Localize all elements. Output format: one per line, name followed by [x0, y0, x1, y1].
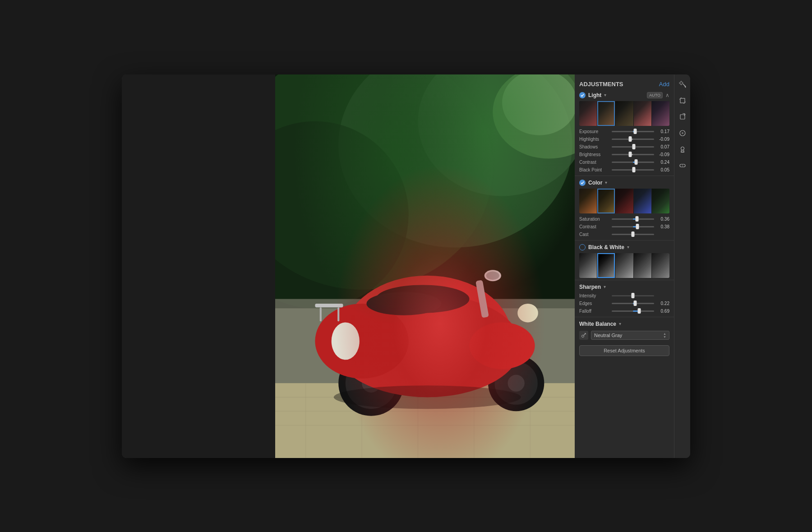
svg-point-23 [508, 375, 524, 391]
black-point-value: 0.05 [656, 167, 669, 172]
svg-point-6 [502, 74, 575, 135]
color-saturation-value: 0.36 [656, 217, 669, 222]
black-point-row: Black Point 0.05 [575, 166, 674, 174]
exposure-slider[interactable] [612, 131, 654, 132]
edges-value: 0.22 [656, 301, 669, 306]
intensity-row: Intensity [575, 292, 674, 300]
svg-point-29 [366, 292, 441, 315]
svg-rect-9 [275, 383, 575, 458]
bw-chevron: ▾ [627, 245, 629, 250]
bw-thumb-4[interactable] [634, 253, 651, 278]
svg-rect-30 [475, 280, 489, 318]
brightness-row: Brightness -0.09 [575, 151, 674, 158]
shadows-value: 0.07 [656, 144, 669, 149]
light-thumbnails[interactable] [579, 101, 669, 126]
light-check[interactable] [579, 92, 586, 98]
color-section-header[interactable]: Color ▾ [575, 178, 674, 188]
svg-rect-0 [275, 74, 575, 458]
contrast-slider[interactable] [612, 162, 654, 163]
bw-section-header[interactable]: Black & White ▾ [575, 242, 674, 252]
svg-point-37 [332, 322, 360, 360]
highlights-row: Highlights -0.09 [575, 135, 674, 143]
brightness-label: Brightness [579, 152, 610, 157]
brightness-value: -0.09 [656, 152, 669, 157]
intensity-label: Intensity [579, 293, 610, 298]
color-chevron: ▾ [605, 180, 607, 185]
add-button[interactable]: Add [659, 81, 669, 88]
color-thumbnails[interactable] [579, 189, 669, 213]
sharpen-section: Sharpen ▾ Intensity Edges 0.22 [575, 282, 674, 315]
edges-row: Edges 0.22 [575, 300, 674, 307]
crop-icon[interactable] [676, 94, 689, 107]
color-section-name: Color [588, 180, 602, 186]
svg-point-31 [484, 270, 501, 281]
color-contrast-slider[interactable] [612, 226, 654, 227]
color-thumb-3[interactable] [615, 189, 633, 213]
rotate-icon[interactable] [676, 111, 689, 123]
bw-check[interactable] [579, 244, 586, 250]
svg-point-2 [338, 74, 572, 248]
svg-rect-34 [315, 303, 343, 307]
shadows-slider[interactable] [612, 146, 654, 148]
color-check[interactable] [579, 180, 586, 186]
light-section-header[interactable]: Light ▾ AUTO ∧ [575, 90, 674, 100]
cast-slider[interactable] [612, 234, 654, 235]
adjustments-header: ADJUSTMENTS Add [575, 78, 674, 90]
left-panel [122, 74, 275, 458]
adjustments-panel: ADJUSTMENTS Add Light ▾ AUTO ∧ [575, 74, 674, 458]
light-section: Light ▾ AUTO ∧ Exposure [575, 90, 674, 174]
intensity-slider[interactable] [612, 295, 654, 296]
auto-badge[interactable]: AUTO [647, 92, 663, 98]
sharpen-section-header[interactable]: Sharpen ▾ [575, 282, 674, 292]
light-thumb-3[interactable] [615, 101, 633, 126]
sharpen-section-name: Sharpen [579, 284, 601, 290]
svg-point-27 [315, 303, 408, 378]
pill-icon[interactable] [676, 159, 689, 172]
light-thumb-2[interactable] [597, 101, 615, 126]
wb-select[interactable]: Neutral Gray ▲ ▼ [591, 331, 669, 340]
color-thumb-2[interactable] [597, 189, 615, 213]
wb-eyedropper[interactable] [579, 331, 588, 340]
svg-point-5 [493, 74, 575, 159]
bw-thumb-3[interactable] [615, 253, 633, 278]
light-collapse[interactable]: ∧ [665, 92, 669, 98]
reset-adjustments-button[interactable]: Reset Adjustments [579, 345, 669, 356]
brightness-slider[interactable] [612, 154, 654, 155]
svg-point-24 [343, 275, 512, 397]
cast-row: Cast [575, 231, 674, 238]
divider-2 [575, 240, 674, 241]
wb-mode-label: Neutral Gray [594, 333, 622, 338]
circle-tool-icon[interactable] [676, 127, 689, 139]
bw-thumb-1[interactable] [579, 253, 597, 278]
edges-slider[interactable] [612, 303, 654, 304]
sharpen-chevron: ▾ [604, 284, 606, 289]
photo-display [275, 74, 575, 458]
falloff-slider[interactable] [612, 310, 654, 312]
exposure-value: 0.17 [656, 129, 669, 134]
svg-point-3 [275, 121, 409, 308]
wb-section-header[interactable]: White Balance ▾ [575, 319, 674, 329]
svg-point-32 [486, 271, 499, 280]
color-thumb-1[interactable] [579, 189, 597, 213]
bw-thumbnails[interactable] [579, 253, 669, 278]
color-thumb-4[interactable] [634, 189, 651, 213]
svg-line-43 [685, 86, 686, 88]
light-thumb-1[interactable] [579, 101, 597, 126]
stamp-icon[interactable] [676, 143, 689, 156]
eyedropper-icon [581, 333, 586, 338]
black-point-slider[interactable] [612, 169, 654, 171]
highlights-slider[interactable] [612, 139, 654, 140]
bw-thumb-2[interactable] [597, 253, 615, 278]
color-saturation-slider[interactable] [612, 218, 654, 220]
magic-wand-icon[interactable] [676, 78, 689, 91]
light-thumb-4[interactable] [634, 101, 651, 126]
svg-point-1 [275, 74, 493, 290]
svg-point-4 [418, 74, 575, 196]
color-contrast-value: 0.38 [656, 224, 669, 229]
light-thumb-5[interactable] [652, 101, 669, 126]
color-thumb-5[interactable] [652, 189, 669, 213]
svg-point-33 [517, 303, 538, 322]
svg-point-57 [681, 147, 684, 150]
svg-point-28 [376, 285, 469, 313]
bw-thumb-5[interactable] [652, 253, 669, 278]
